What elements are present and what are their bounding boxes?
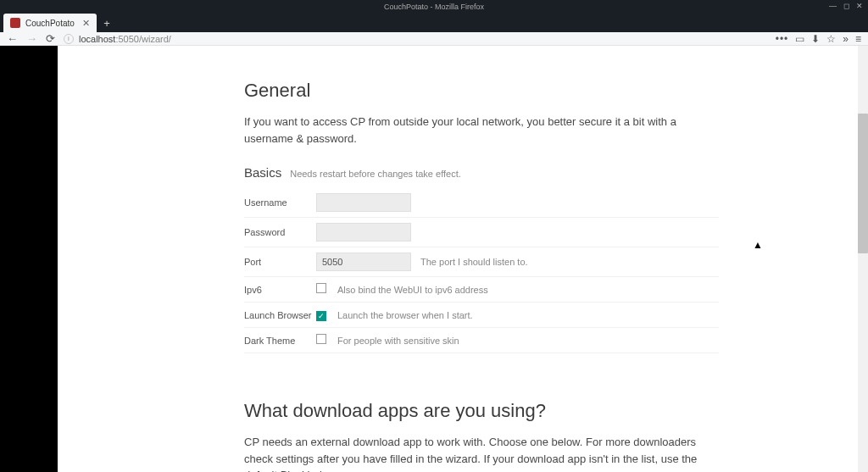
ipv6-label: Ipv6 xyxy=(244,285,316,295)
reader-icon[interactable]: ▭ xyxy=(795,33,804,45)
address-bar[interactable]: i localhost:5050/wizard/ xyxy=(64,34,767,44)
mouse-cursor-icon: ▲ xyxy=(753,239,763,251)
browser-tab[interactable]: CouchPotato ✕ xyxy=(3,14,97,32)
overflow-icon[interactable]: » xyxy=(843,33,849,45)
pocket-icon[interactable]: ⬇ xyxy=(811,33,820,45)
window-titlebar: CouchPotato - Mozilla Firefox — ◻ ✕ xyxy=(0,0,868,14)
dark-label: Dark Theme xyxy=(244,336,316,346)
basics-hint: Needs restart before changes take effect… xyxy=(290,169,461,179)
password-label: Password xyxy=(244,227,316,237)
dark-checkbox[interactable] xyxy=(316,334,326,344)
port-desc: The port I should listen to. xyxy=(420,257,528,267)
section-heading-downloaders: What download apps are you using? xyxy=(244,400,719,422)
tab-strip: CouchPotato ✕ + xyxy=(0,14,868,32)
password-input[interactable] xyxy=(316,223,411,242)
launch-label: Launch Browser xyxy=(244,310,316,320)
downloaders-description: CP needs an external download app to wor… xyxy=(244,434,719,472)
general-description: If you want to access CP from outside yo… xyxy=(244,114,719,147)
window-minimize-icon[interactable]: — xyxy=(829,2,837,10)
tab-close-icon[interactable]: ✕ xyxy=(82,18,90,29)
site-info-icon[interactable]: i xyxy=(64,34,74,44)
url-path: :5050/wizard/ xyxy=(115,34,170,44)
port-label: Port xyxy=(244,257,316,267)
basics-label: Basics xyxy=(244,165,281,180)
window-maximize-icon[interactable]: ◻ xyxy=(843,2,849,10)
scrollbar-thumb[interactable] xyxy=(858,114,868,253)
username-label: Username xyxy=(244,197,316,208)
browser-toolbar: ← → ⟳ i localhost:5050/wizard/ ••• ▭ ⬇ ☆… xyxy=(0,32,868,46)
dark-desc: For people with sensitive skin xyxy=(337,336,459,346)
launch-desc: Launch the browser when I start. xyxy=(337,310,473,320)
left-gutter xyxy=(0,46,58,472)
tab-title: CouchPotato xyxy=(25,19,75,28)
scrollbar-track[interactable] xyxy=(858,46,868,472)
back-button[interactable]: ← xyxy=(7,32,18,45)
window-close-icon[interactable]: ✕ xyxy=(856,2,863,10)
new-tab-button[interactable]: + xyxy=(97,14,117,32)
forward-button[interactable]: → xyxy=(26,32,37,45)
port-input[interactable] xyxy=(316,253,411,271)
launch-checkbox[interactable] xyxy=(316,311,326,321)
url-host: localhost xyxy=(79,34,115,44)
ipv6-desc: Also bind the WebUI to ipv6 address xyxy=(337,285,488,295)
page-actions-icon[interactable]: ••• xyxy=(776,33,789,45)
ipv6-checkbox[interactable] xyxy=(316,283,326,293)
reload-button[interactable]: ⟳ xyxy=(46,32,55,45)
page-content: General If you want to access CP from ou… xyxy=(58,46,868,472)
menu-icon[interactable]: ≡ xyxy=(855,33,861,45)
username-input[interactable] xyxy=(316,193,411,212)
window-title: CouchPotato - Mozilla Firefox xyxy=(384,3,484,11)
bookmark-icon[interactable]: ☆ xyxy=(826,33,836,45)
favicon-icon xyxy=(10,18,20,28)
section-heading-general: General xyxy=(244,80,719,102)
